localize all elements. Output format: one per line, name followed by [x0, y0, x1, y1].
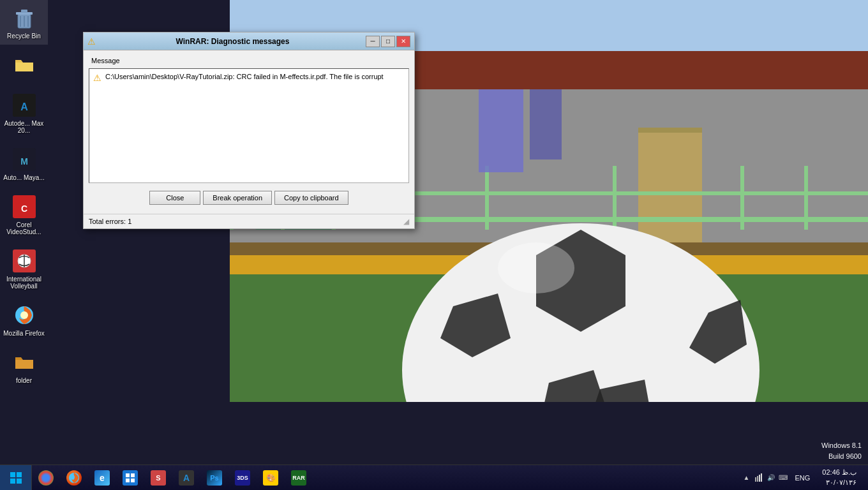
dialog-window-controls: ─ □ ✕ [366, 36, 410, 47]
svg-rect-30 [21, 10, 27, 13]
svg-text:A: A [20, 101, 28, 112]
dialog-title-warning-icon: ⚠ [87, 36, 96, 47]
taskbar-icon-windows-store[interactable] [116, 465, 144, 491]
dialog-buttons: Close Break operation Copy to clipboard [89, 188, 409, 209]
svg-rect-57 [761, 473, 762, 482]
svg-rect-11 [485, 166, 489, 230]
taskbar-icon-photoshop[interactable]: Ps [200, 465, 228, 491]
taskbar-icon-sketchup[interactable]: S [144, 465, 172, 491]
message-warning-icon: ⚠ [93, 73, 101, 83]
resize-handle[interactable]: ◢ [403, 217, 409, 226]
svg-text:M: M [20, 156, 28, 167]
icon-autodesk-max-label: Autode... Max 20... [3, 120, 45, 134]
svg-point-44 [20, 311, 28, 319]
svg-rect-12 [613, 166, 617, 230]
winrar-dialog: ⚠ WinRAR: Diagnostic messages ─ □ ✕ Mess… [83, 32, 415, 229]
svg-rect-52 [126, 479, 130, 482]
svg-rect-47 [10, 479, 15, 484]
total-errors: Total errors: 1 [89, 218, 131, 225]
dialog-footer: Total errors: 1 ◢ [84, 214, 414, 228]
svg-rect-54 [755, 477, 756, 482]
language-indicator[interactable]: ENG [791, 474, 814, 482]
tray-arrow[interactable]: ▲ [742, 473, 752, 483]
taskbar: e S A [0, 464, 868, 490]
svg-rect-13 [740, 166, 744, 230]
svg-rect-48 [17, 479, 22, 484]
svg-rect-56 [759, 475, 760, 482]
dialog-titlebar: ⚠ WinRAR: Diagnostic messages ─ □ ✕ [84, 33, 414, 50]
icon-folder2-label: folder [16, 377, 32, 384]
desktop-icons: Recycle Bin A Autode... Max 20... [0, 0, 51, 392]
svg-point-27 [498, 242, 574, 293]
taskbar-icon-3dsmax[interactable]: 3DS [228, 465, 257, 491]
message-box: ⚠ C:\Users\amin\Desktop\V-RayTutorial.zi… [89, 68, 409, 183]
svg-rect-51 [131, 473, 135, 477]
tray-keyboard[interactable]: ⌨ [778, 473, 788, 483]
taskbar-icon-chrome[interactable] [32, 465, 60, 491]
icon-firefox[interactable]: Mozilla Firefox [0, 297, 48, 342]
taskbar-tray-area: ▲ 🔊 ⌨ ENG 02:46 ب.ظ ۳۰/۰۷/۱۳۶ [735, 468, 869, 487]
svg-rect-17 [530, 89, 562, 160]
taskbar-icon-winrar[interactable]: RAR [285, 465, 313, 491]
icon-folder2[interactable]: folder [0, 345, 48, 389]
icon-corel-label: Corel VideoStud... [3, 221, 45, 235]
clock-date: ۳۰/۰۷/۱۳۶ [822, 478, 857, 487]
start-button[interactable] [0, 465, 32, 491]
svg-rect-53 [131, 479, 135, 482]
svg-rect-46 [17, 472, 22, 477]
taskbar-icons: e S A [32, 465, 735, 490]
message-item: ⚠ C:\Users\amin\Desktop\V-RayTutorial.zi… [93, 73, 405, 83]
desktop: Recycle Bin A Autode... Max 20... [0, 0, 868, 490]
svg-text:C: C [20, 204, 27, 214]
svg-rect-16 [479, 89, 523, 172]
icon-corel[interactable]: C Corel VideoStud... [0, 189, 48, 241]
windows-build: Build 9600 [821, 451, 862, 462]
windows-info: Windows 8.1 Build 9600 [821, 440, 862, 461]
maximize-button[interactable]: □ [381, 36, 395, 47]
icon-autodesk-max[interactable]: A Autode... Max 20... [0, 87, 48, 139]
taskbar-icon-ie[interactable]: e [88, 465, 116, 491]
dialog-body: Message ⚠ C:\Users\amin\Desktop\V-RayTut… [84, 50, 414, 214]
close-button[interactable]: Close [149, 191, 200, 205]
windows-version: Windows 8.1 [821, 440, 862, 451]
break-operation-button[interactable]: Break operation [203, 191, 272, 205]
icon-autodesk-maya-label: Auto... Maya... [3, 174, 44, 181]
svg-rect-45 [10, 472, 15, 477]
svg-rect-6 [638, 128, 702, 133]
svg-rect-55 [757, 476, 758, 482]
icon-firefox-label: Mozilla Firefox [3, 330, 44, 337]
taskbar-icon-autodesk[interactable]: A [172, 465, 200, 491]
tray-network[interactable] [754, 473, 764, 483]
taskbar-icon-paint[interactable]: 🎨 [257, 465, 285, 491]
icon-folder1[interactable] [0, 47, 48, 85]
system-tray: ▲ 🔊 ⌨ [742, 473, 788, 483]
clock[interactable]: 02:46 ب.ظ ۳۰/۰۷/۱۳۶ [817, 468, 862, 487]
copy-to-clipboard-button[interactable]: Copy to clipboard [274, 191, 348, 205]
dialog-title: WinRAR: Diagnostic messages [100, 37, 366, 46]
icon-recycle-bin-label: Recycle Bin [7, 33, 41, 40]
icon-autodesk-maya[interactable]: M Auto... Maya... [0, 142, 48, 186]
close-window-button[interactable]: ✕ [396, 36, 410, 47]
tray-volume[interactable]: 🔊 [766, 473, 776, 483]
taskbar-icon-firefox[interactable] [60, 465, 88, 491]
clock-time: 02:46 ب.ظ [822, 468, 857, 477]
svg-rect-14 [804, 166, 808, 230]
message-label: Message [89, 56, 409, 66]
svg-rect-50 [126, 473, 130, 477]
icon-recycle-bin[interactable]: Recycle Bin [0, 0, 48, 45]
icon-volleyball[interactable]: International Volleyball [0, 243, 48, 295]
message-text: C:\Users\amin\Desktop\V-RayTutorial.zip:… [105, 73, 384, 80]
icon-volleyball-label: International Volleyball [3, 276, 45, 290]
dialog-window: ⚠ WinRAR: Diagnostic messages ─ □ ✕ Mess… [83, 32, 415, 229]
minimize-button[interactable]: ─ [366, 36, 380, 47]
